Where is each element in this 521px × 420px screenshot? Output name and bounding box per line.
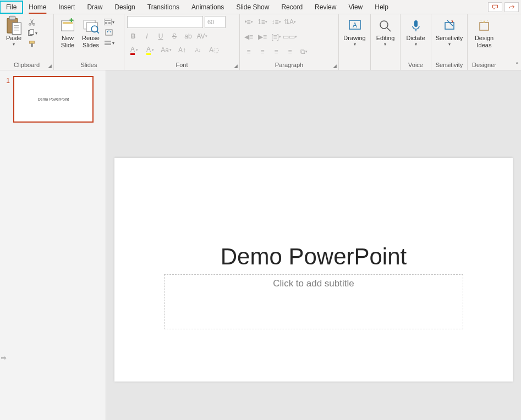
editing-button[interactable]: Editing ▾ (374, 16, 397, 48)
sensitivity-button[interactable]: Sensitivity ▾ (434, 16, 465, 48)
scissors-icon (28, 18, 36, 26)
thumbnail-number: 1 (3, 76, 10, 123)
dictate-label: Dictate (406, 35, 425, 42)
font-name-combo[interactable] (127, 16, 203, 28)
font-color-button[interactable]: A▾ (127, 45, 141, 56)
slide-thumbnail[interactable]: 1 Demo PowerPoint (3, 76, 102, 123)
align-text-button[interactable]: [≡]▾ (270, 31, 282, 43)
new-slide-button[interactable]: New Slide (57, 16, 79, 50)
change-case-button[interactable]: Aa▾ (159, 45, 173, 56)
increase-font-button[interactable]: A↑ (175, 45, 189, 56)
line-spacing-button[interactable]: ↕≡▾ (270, 16, 282, 28)
clear-formatting-button[interactable]: A◌ (207, 45, 221, 56)
tab-draw[interactable]: Draw (81, 1, 108, 13)
comments-button[interactable] (488, 2, 502, 12)
svg-rect-19 (105, 20, 111, 21)
tab-animations[interactable]: Animations (185, 1, 230, 13)
reuse-slides-icon (82, 17, 100, 35)
title-placeholder[interactable]: Demo PowerPoint (164, 240, 463, 273)
svg-rect-10 (30, 41, 35, 43)
reset-button[interactable] (103, 27, 115, 37)
share-icon (508, 4, 515, 10)
copy-icon (27, 29, 35, 37)
svg-rect-9 (30, 30, 34, 35)
chevron-down-icon: ▾ (415, 42, 417, 47)
svg-rect-2 (12, 23, 21, 35)
clipboard-dialog-launcher[interactable]: ◢ (48, 63, 52, 69)
bold-button[interactable]: B (127, 30, 139, 42)
decrease-font-icon: A↓ (195, 47, 201, 53)
tab-view[interactable]: View (342, 1, 369, 13)
text-direction-button[interactable]: ⇅A▾ (284, 16, 296, 28)
smartart-button[interactable]: ⧉▾ (298, 46, 310, 58)
tab-slideshow[interactable]: Slide Show (230, 1, 275, 13)
slides-group-label: Slides (57, 62, 121, 69)
italic-button[interactable]: I (141, 30, 153, 42)
tab-insert[interactable]: Insert (52, 1, 81, 13)
drawing-button[interactable]: A Drawing ▾ (341, 16, 368, 48)
decrease-font-button[interactable]: A↓ (191, 45, 205, 56)
section-icon (104, 40, 112, 46)
align-left-button[interactable]: ≡ (243, 46, 255, 58)
paragraph-dialog-launcher[interactable]: ◢ (333, 63, 337, 69)
tab-help[interactable]: Help (369, 1, 394, 13)
smartart-icon: ⧉ (300, 48, 305, 56)
thumbnail-preview[interactable]: Demo PowerPoint (13, 76, 94, 123)
paste-button[interactable]: Paste ▾ (3, 16, 25, 48)
voice-group-label: Voice (403, 62, 428, 69)
paragraph-group-label: Paragraph (243, 62, 336, 69)
align-right-button[interactable]: ≡ (270, 46, 282, 58)
section-button[interactable]: ▾ (103, 38, 115, 48)
align-center-button[interactable]: ≡ (256, 46, 268, 58)
font-size-combo[interactable] (205, 16, 226, 28)
strike-icon: S (172, 32, 177, 40)
svg-line-17 (97, 31, 98, 33)
new-slide-label: New Slide (61, 35, 74, 49)
numbering-button[interactable]: 1≡▾ (256, 16, 268, 28)
svg-rect-13 (63, 22, 73, 24)
align-center-icon: ≡ (260, 48, 264, 56)
font-dialog-launcher[interactable]: ◢ (234, 63, 238, 69)
reuse-slides-button[interactable]: Reuse Slides (80, 16, 102, 50)
align-left-icon: ≡ (246, 48, 250, 56)
tab-transitions[interactable]: Transitions (141, 1, 185, 13)
underline-button[interactable]: U (155, 30, 167, 42)
increase-indent-button[interactable]: ▶≡ (256, 31, 268, 43)
tab-review[interactable]: Review (309, 1, 342, 13)
design-ideas-button[interactable]: Design Ideas (473, 16, 496, 50)
share-button[interactable] (504, 2, 519, 12)
highlight-button[interactable]: A▾ (143, 45, 157, 56)
ribbon-content: Paste ▾ ▾ Clipboard ◢ New Slide Reuse Sl… (0, 14, 521, 70)
char-spacing-button[interactable]: AV▾ (196, 30, 208, 42)
layout-button[interactable]: ▾ (103, 17, 115, 27)
format-painter-icon (28, 40, 36, 48)
justify-button[interactable]: ≡ (284, 46, 296, 58)
clipboard-group-label: Clipboard (3, 62, 51, 69)
text-shadow-button[interactable]: ab (182, 30, 194, 42)
tab-home[interactable]: Home (23, 1, 52, 13)
collapse-ribbon-button[interactable]: ˄ (515, 62, 519, 69)
slide-editor[interactable]: Demo PowerPoint Click to add subtitle (106, 70, 521, 420)
svg-rect-11 (31, 43, 33, 47)
svg-point-27 (380, 21, 388, 29)
workspace: 1 Demo PowerPoint ⇨ Demo PowerPoint Clic… (0, 70, 521, 420)
tab-design[interactable]: Design (108, 1, 141, 13)
bullets-button[interactable]: •≡▾ (243, 16, 255, 28)
cut-button[interactable] (26, 17, 38, 27)
bold-icon: B (131, 32, 136, 40)
tab-file[interactable]: File (0, 1, 23, 13)
group-paragraph: •≡▾ 1≡▾ ↕≡▾ ⇅A▾ ◀≡ ▶≡ [≡]▾ ▭▭▾ ≡ ≡ ≡ ≡ ⧉… (240, 14, 339, 70)
subtitle-placeholder[interactable]: Click to add subtitle (164, 274, 463, 329)
highlight-icon: A (146, 46, 151, 55)
decrease-indent-button[interactable]: ◀≡ (243, 31, 255, 43)
slide-canvas[interactable]: Demo PowerPoint Click to add subtitle (114, 158, 513, 382)
tab-record[interactable]: Record (275, 1, 309, 13)
shapes-icon: A (346, 17, 364, 35)
thumbnail-pane[interactable]: 1 Demo PowerPoint ⇨ (0, 70, 106, 420)
format-painter-button[interactable] (26, 39, 38, 49)
group-sensitivity: Sensitivity ▾ Sensitivity (431, 14, 468, 70)
columns-button[interactable]: ▭▭▾ (284, 31, 296, 43)
copy-button[interactable]: ▾ (26, 28, 38, 38)
strikethrough-button[interactable]: S (168, 30, 180, 42)
dictate-button[interactable]: Dictate ▾ (404, 16, 427, 48)
